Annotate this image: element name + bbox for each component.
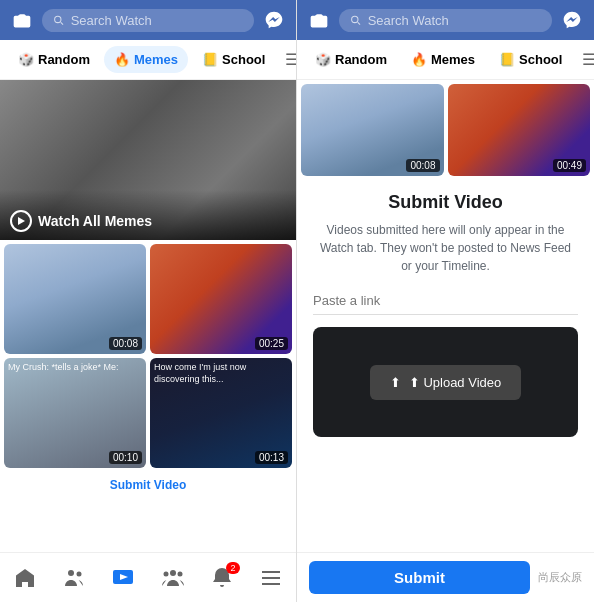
svg-point-8 — [177, 571, 182, 576]
svg-rect-9 — [262, 571, 280, 573]
svg-point-2 — [68, 570, 74, 576]
tab-school-left[interactable]: 📒 School — [192, 46, 275, 73]
right-camera-icon[interactable] — [307, 8, 331, 32]
tabs-more-left[interactable]: ☰ — [279, 46, 296, 73]
school-label: School — [222, 52, 265, 67]
left-search-input[interactable] — [71, 13, 244, 28]
right-search-bar — [297, 0, 594, 40]
right-duration-2: 00:49 — [553, 159, 586, 172]
upload-area[interactable]: ⬆ ⬆ Upload Video — [313, 327, 578, 437]
right-video-thumb-2[interactable]: 00:49 — [448, 84, 591, 176]
right-search-input[interactable] — [368, 13, 542, 28]
svg-marker-1 — [18, 217, 25, 225]
grid-item-man[interactable]: How come I'm just now discovering this..… — [150, 358, 292, 468]
tab-random-left[interactable]: 🎲 Random — [8, 46, 100, 73]
tab-random-right[interactable]: 🎲 Random — [305, 46, 397, 73]
upload-button-label: ⬆ Upload Video — [409, 375, 501, 390]
messenger-icon[interactable] — [262, 8, 286, 32]
hero-area: Watch All Memes — [0, 80, 296, 240]
play-button[interactable] — [10, 210, 32, 232]
right-random-label: Random — [335, 52, 387, 67]
upload-icon: ⬆ — [390, 375, 401, 390]
upload-video-button[interactable]: ⬆ ⬆ Upload Video — [370, 365, 521, 400]
right-memes-label: Memes — [431, 52, 475, 67]
svg-point-6 — [170, 570, 176, 576]
watermark: 尚辰众原 — [538, 570, 582, 585]
duration-man: 00:13 — [255, 451, 288, 464]
svg-point-3 — [76, 571, 81, 576]
svg-point-7 — [163, 571, 168, 576]
memes-label: Memes — [134, 52, 178, 67]
bottom-groups[interactable] — [161, 566, 185, 590]
submit-video-hint[interactable]: Submit Video — [4, 472, 292, 498]
hero-title[interactable]: Watch All Memes — [10, 210, 286, 232]
grid-item-party[interactable]: 00:25 — [150, 244, 292, 354]
right-bottom-bar: Submit 尚辰众原 — [297, 552, 594, 602]
tab-memes-right[interactable]: 🔥 Memes — [401, 46, 485, 73]
video-grid: 00:08 00:25 My Crush: *tells a joke* Me:… — [0, 240, 296, 552]
left-nav-tabs: 🎲 Random 🔥 Memes 📒 School ☰ — [0, 40, 296, 80]
grid-item-seagull[interactable]: My Crush: *tells a joke* Me: 00:10 — [4, 358, 146, 468]
right-memes-emoji: 🔥 — [411, 52, 427, 67]
right-duration-1: 00:08 — [406, 159, 439, 172]
tab-school-right[interactable]: 📒 School — [489, 46, 572, 73]
tabs-more-right[interactable]: ☰ — [576, 46, 594, 73]
left-bottom-bar: 2 — [0, 552, 296, 602]
right-messenger-icon[interactable] — [560, 8, 584, 32]
right-school-emoji: 📒 — [499, 52, 515, 67]
right-random-emoji: 🎲 — [315, 52, 331, 67]
paste-link-input[interactable] — [313, 287, 578, 315]
video-label-seagull: My Crush: *tells a joke* Me: — [8, 362, 119, 374]
svg-rect-11 — [262, 583, 280, 585]
right-top-videos: 00:08 00:49 — [297, 80, 594, 180]
right-video-thumb-1[interactable]: 00:08 — [301, 84, 444, 176]
bottom-friends[interactable] — [62, 566, 86, 590]
submit-button[interactable]: Submit — [309, 561, 530, 594]
right-search-input-wrap[interactable] — [339, 9, 552, 32]
grid-item-boy[interactable]: 00:08 — [4, 244, 146, 354]
video-label-man: How come I'm just now discovering this..… — [154, 362, 282, 385]
left-search-bar — [0, 0, 296, 40]
grid-row-2: My Crush: *tells a joke* Me: 00:10 How c… — [4, 358, 292, 468]
hero-overlay: Watch All Memes — [0, 190, 296, 240]
camera-icon[interactable] — [10, 8, 34, 32]
bottom-notifications[interactable]: 2 — [210, 566, 234, 590]
submit-section: 00:08 00:49 Submit Video Videos submitte… — [297, 80, 594, 552]
bottom-watch[interactable] — [111, 566, 135, 590]
search-icon — [52, 13, 65, 27]
notification-badge: 2 — [226, 562, 240, 574]
right-search-icon — [349, 13, 362, 27]
bottom-menu[interactable] — [259, 566, 283, 590]
duration-seagull: 00:10 — [109, 451, 142, 464]
right-school-label: School — [519, 52, 562, 67]
random-emoji: 🎲 — [18, 52, 34, 67]
right-nav-tabs: 🎲 Random 🔥 Memes 📒 School ☰ — [297, 40, 594, 80]
duration-party: 00:25 — [255, 337, 288, 350]
left-panel: 🎲 Random 🔥 Memes 📒 School ☰ Watch All — [0, 0, 297, 602]
bottom-home[interactable] — [13, 566, 37, 590]
grid-row-1: 00:08 00:25 — [4, 244, 292, 354]
memes-emoji: 🔥 — [114, 52, 130, 67]
submit-title: Submit Video — [297, 180, 594, 221]
tab-memes-left[interactable]: 🔥 Memes — [104, 46, 188, 73]
left-search-input-wrap[interactable] — [42, 9, 254, 32]
right-panel: 🎲 Random 🔥 Memes 📒 School ☰ 00:08 00:49 — [297, 0, 594, 602]
school-emoji: 📒 — [202, 52, 218, 67]
hero-title-text: Watch All Memes — [38, 213, 152, 229]
submit-description: Videos submitted here will only appear i… — [297, 221, 594, 287]
random-label: Random — [38, 52, 90, 67]
duration-boy: 00:08 — [109, 337, 142, 350]
svg-rect-10 — [262, 577, 280, 579]
